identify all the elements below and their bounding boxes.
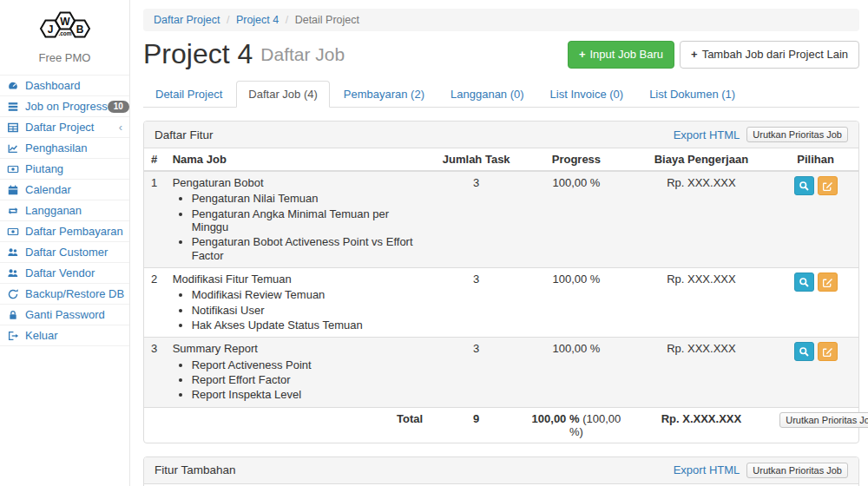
urutkan-prioritas-job-button[interactable]: Urutkan Prioritas Job: [746, 127, 848, 142]
export-html-link[interactable]: Export HTML: [674, 463, 740, 476]
money-icon: [7, 226, 21, 238]
row-number: 3: [144, 338, 166, 407]
panel-title: Daftar Fitur: [155, 128, 214, 141]
svg-text:.com: .com: [58, 30, 71, 36]
pencil-square-icon: [822, 181, 833, 192]
plus-icon: +: [691, 47, 698, 62]
breadcrumb-current: Detail Project: [295, 14, 359, 26]
calendar-icon: [7, 184, 21, 196]
refresh-icon: [7, 288, 21, 300]
panel-heading: Fitur Tambahan Export HTML Urutkan Prior…: [144, 457, 858, 484]
job-name: Summary Report: [173, 342, 424, 356]
tambah-job-dari-project-lain-button[interactable]: + Tambah Job dari Project Lain: [680, 41, 859, 69]
sidebar-item-daftar-pembayaran[interactable]: Daftar Pembayaran: [0, 220, 129, 241]
row-number: 2: [144, 268, 166, 338]
panel-title: Fitur Tambahan: [155, 463, 236, 476]
biaya-value: Rp. XXX.XXX: [630, 268, 773, 338]
panel-heading: Daftar Fitur Export HTML Urutkan Priorit…: [144, 122, 858, 148]
urutkan-prioritas-job-button[interactable]: Urutkan Prioritas Job: [746, 463, 848, 478]
sidebar-item-penghasilan[interactable]: Penghasilan: [0, 137, 129, 158]
sidebar-item-daftar-vendor[interactable]: Daftar Vendor: [0, 262, 129, 283]
table-row: 3 Summary Report Report Activeness Point…: [144, 338, 858, 407]
tab-daftar-job[interactable]: Daftar Job (4): [236, 81, 329, 108]
sidebar-item-label: Dashboard: [25, 79, 81, 92]
export-html-link[interactable]: Export HTML: [674, 128, 740, 141]
page-title: Project 4: [143, 39, 253, 69]
page-header: Project 4 Daftar Job + Input Job Baru + …: [143, 39, 859, 69]
job-sub-item: Notifikasi User: [192, 304, 424, 317]
chevron-left-icon: ‹: [119, 122, 122, 133]
sidebar-item-label: Daftar Pembayaran: [25, 225, 123, 238]
tab-detail-project[interactable]: Detail Project: [143, 81, 234, 108]
sidebar-item-label: Calendar: [25, 183, 71, 196]
job-sub-item: Report Inspekta Level: [192, 388, 424, 401]
table-row: 1 Pengaturan Bobot Pengaturan Nilai Temu…: [144, 171, 858, 267]
table-row: 2 Modifikasi Fitur Temuan Modifikasi Rev…: [144, 268, 858, 338]
sidebar-item-daftar-customer[interactable]: Daftar Customer: [0, 241, 129, 262]
job-sub-item: Pengaturan Nilai Temuan: [192, 192, 424, 205]
breadcrumb: Daftar Project / Project 4 / Detail Proj…: [143, 9, 859, 31]
job-name: Modifikasi Fitur Temuan: [173, 273, 424, 286]
job-sub-list: Report Activeness Point Report Effort Fa…: [192, 358, 424, 402]
sidebar-item-label: Ganti Password: [25, 308, 105, 321]
jumlah-task-value: 3: [430, 338, 523, 407]
sidebar-item-daftar-project[interactable]: Daftar Project ‹: [0, 116, 129, 137]
job-sub-item: Pengaturan Angka Minimal Temuan per Ming…: [192, 207, 424, 234]
search-icon: [799, 181, 810, 192]
sidebar-item-backup-restore-db[interactable]: Backup/Restore DB: [0, 283, 129, 304]
tasks-icon: [7, 101, 21, 113]
view-job-button[interactable]: [794, 273, 814, 292]
breadcrumb-project-4[interactable]: Project 4: [236, 14, 279, 26]
app-logo: J W B .com: [0, 0, 129, 49]
view-job-button[interactable]: [794, 342, 814, 361]
edit-job-button[interactable]: [818, 273, 838, 292]
edit-job-button[interactable]: [818, 176, 838, 195]
sidebar-item-label: Langganan: [25, 204, 82, 217]
sidebar-item-label: Daftar Customer: [25, 246, 108, 259]
tab-bar: Detail Project Daftar Job (4) Pembayaran…: [143, 81, 859, 108]
lock-icon: [7, 309, 21, 321]
search-icon: [799, 346, 810, 358]
breadcrumb-daftar-project[interactable]: Daftar Project: [154, 14, 220, 26]
jwb-logo-icon: J W B .com: [35, 6, 95, 46]
sidebar-menu: Dashboard Job on Progress 10 Daftar Proj…: [0, 75, 129, 346]
repeat-icon: [7, 205, 21, 217]
brand-name: Free PMO: [0, 51, 129, 64]
sign-out-icon: [7, 330, 21, 342]
column-header-jumlah-task: Jumlah Task: [430, 148, 523, 171]
sidebar-item-langganan[interactable]: Langganan: [0, 200, 129, 220]
input-job-baru-button[interactable]: + Input Job Baru: [568, 41, 674, 69]
urutkan-prioritas-job-button[interactable]: Urutkan Prioritas Job: [779, 412, 868, 428]
sidebar-item-ganti-password[interactable]: Ganti Password: [0, 304, 129, 325]
jumlah-task-value: 3: [430, 268, 523, 338]
sidebar-item-label: Daftar Project: [25, 121, 94, 134]
sidebar-item-job-on-progress[interactable]: Job on Progress 10: [0, 95, 129, 116]
tab-list-dokumen[interactable]: List Dokumen (1): [637, 81, 747, 108]
tab-pembayaran[interactable]: Pembayaran (2): [332, 81, 437, 108]
tab-langganan[interactable]: Langganan (0): [438, 81, 536, 108]
view-job-button[interactable]: [794, 176, 814, 195]
progress-value: 100,00 %: [523, 171, 629, 267]
panel-fitur-tambahan: Fitur Tambahan Export HTML Urutkan Prior…: [143, 456, 859, 486]
tab-list-invoice[interactable]: List Invoice (0): [538, 81, 636, 108]
pencil-square-icon: [822, 277, 833, 288]
svg-text:B: B: [76, 23, 83, 36]
biaya-value: Rp. XXX.XXX: [630, 171, 773, 267]
job-sub-item: Pengaturan Bobot Activeness Point vs Eff…: [192, 235, 424, 262]
job-count-badge: 10: [108, 101, 129, 113]
row-number: 1: [144, 171, 166, 267]
sidebar-item-label: Penghasilan: [25, 141, 88, 154]
progress-value: 100,00 %: [523, 338, 629, 407]
edit-job-button[interactable]: [818, 342, 838, 361]
total-progress: 100,00 % (100,00 %): [523, 407, 629, 443]
job-sub-list: Modifikasi Review Temuan Notifikasi User…: [192, 288, 424, 332]
breadcrumb-separator: /: [286, 14, 288, 26]
panel-daftar-fitur: Daftar Fitur Export HTML Urutkan Priorit…: [143, 121, 859, 443]
sidebar-item-keluar[interactable]: Keluar: [0, 325, 129, 346]
sidebar: J W B .com Free PMO Dashboard Job on Pro…: [0, 0, 130, 486]
sidebar-item-dashboard[interactable]: Dashboard: [0, 75, 129, 95]
column-header-no: #: [144, 148, 166, 171]
sidebar-item-piutang[interactable]: Piutang: [0, 158, 129, 179]
main-content: Daftar Project / Project 4 / Detail Proj…: [130, 0, 868, 486]
sidebar-item-calendar[interactable]: Calendar: [0, 179, 129, 200]
